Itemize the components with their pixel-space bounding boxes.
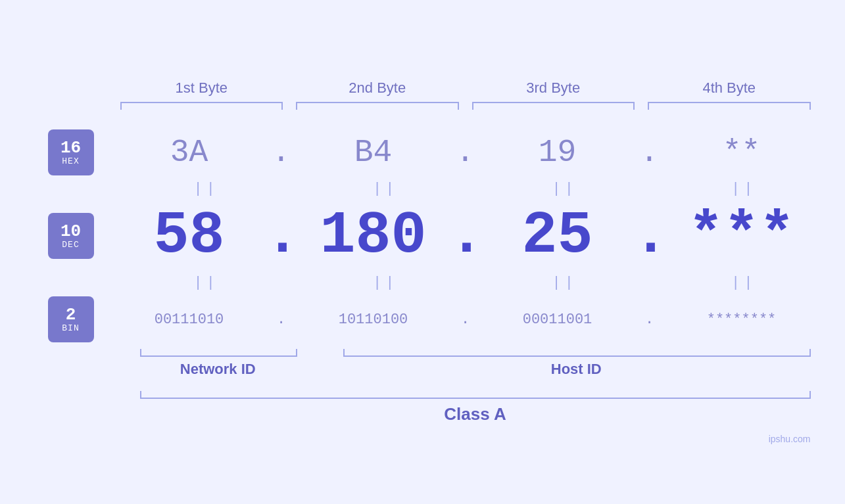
eq1-spacer3 — [638, 181, 671, 197]
hex-values: 3A . B4 . 19 . ** — [114, 135, 817, 170]
bin-base-name: BIN — [62, 323, 79, 333]
dec-byte2: 180 — [298, 202, 449, 269]
network-id-label: Network ID — [140, 361, 297, 378]
hex-dot1: . — [265, 135, 298, 170]
dec-byte4: *** — [666, 202, 817, 269]
bin-byte4: ******** — [666, 311, 817, 328]
dec-row: 10 DEC 58 . 180 . 25 . *** — [48, 202, 817, 269]
bracket-byte3 — [472, 102, 635, 110]
bracket-spacer1 — [304, 349, 337, 357]
dec-values: 58 . 180 . 25 . *** — [114, 202, 817, 269]
hex-base-label: 16 HEX — [48, 129, 94, 175]
eq2-cell3: || — [492, 275, 639, 291]
byte3-header: 3rd Byte — [466, 80, 642, 97]
bin-row: 2 BIN 00111010 . 10110100 . 00011001 . — [48, 296, 817, 342]
bracket-byte2 — [296, 102, 459, 110]
bracket-byte4 — [648, 102, 811, 110]
eq1-spacer1 — [279, 181, 312, 197]
hex-byte4: ** — [666, 135, 817, 170]
hex-dot3: . — [633, 135, 666, 170]
top-brackets — [114, 102, 817, 110]
dec-base-name: DEC — [62, 240, 79, 250]
dec-byte1: 58 — [114, 202, 265, 269]
eq2-spacer1 — [279, 275, 312, 291]
hex-byte2: B4 — [298, 135, 449, 170]
labels-spacer — [302, 361, 335, 378]
dec-base-num: 10 — [60, 223, 81, 240]
byte-headers: 1st Byte 2nd Byte 3rd Byte 4th Byte — [114, 80, 817, 97]
eq1-cell1: || — [133, 181, 280, 197]
hex-base-name: HEX — [62, 156, 79, 166]
eq1-spacer2 — [459, 181, 492, 197]
bin-values: 00111010 . 10110100 . 00011001 . *******… — [114, 311, 817, 328]
eq1-cell4: || — [671, 181, 817, 197]
bin-base-label: 2 BIN — [48, 296, 94, 342]
network-host-labels: Network ID Host ID — [133, 361, 817, 378]
eq2-cell2: || — [312, 275, 459, 291]
eq2-spacer2 — [459, 275, 492, 291]
hex-byte1: 3A — [114, 135, 265, 170]
bracket-network — [140, 349, 298, 357]
class-bracket — [140, 391, 811, 399]
eq2-cell4: || — [671, 275, 817, 291]
dec-dot1: . — [265, 202, 298, 269]
bracket-byte1 — [120, 102, 283, 110]
class-bracket-section: Class A — [133, 391, 817, 424]
eq2-cell1: || — [133, 275, 280, 291]
bottom-brackets — [133, 349, 817, 357]
equals-row-1: || || || || — [133, 181, 817, 197]
bin-base-num: 2 — [66, 306, 76, 323]
byte2-header: 2nd Byte — [289, 80, 466, 97]
host-id-label: Host ID — [342, 361, 811, 378]
dec-base-label: 10 DEC — [48, 213, 94, 259]
bracket-host — [343, 349, 811, 357]
dec-dot2: . — [449, 202, 482, 269]
dec-dot3: . — [633, 202, 666, 269]
bin-byte1: 00111010 — [114, 311, 265, 328]
byte4-header: 4th Byte — [641, 80, 817, 97]
eq2-spacer3 — [638, 275, 671, 291]
dec-byte3: 25 — [482, 202, 633, 269]
class-label: Class A — [133, 404, 817, 424]
bin-byte3: 00011001 — [482, 311, 633, 328]
hex-row: 16 HEX 3A . B4 . 19 . ** — [48, 129, 817, 175]
watermark: ipshu.com — [769, 434, 811, 444]
bin-byte2: 10110100 — [298, 311, 449, 328]
eq1-cell2: || — [312, 181, 459, 197]
hex-base-num: 16 — [60, 139, 81, 156]
bin-dot2: . — [449, 311, 482, 328]
equals-row-2: || || || || — [133, 275, 817, 291]
bin-dot3: . — [633, 311, 666, 328]
eq1-cell3: || — [492, 181, 639, 197]
byte1-header: 1st Byte — [114, 80, 290, 97]
bin-dot1: . — [265, 311, 298, 328]
hex-byte3: 19 — [482, 135, 633, 170]
hex-dot2: . — [449, 135, 482, 170]
